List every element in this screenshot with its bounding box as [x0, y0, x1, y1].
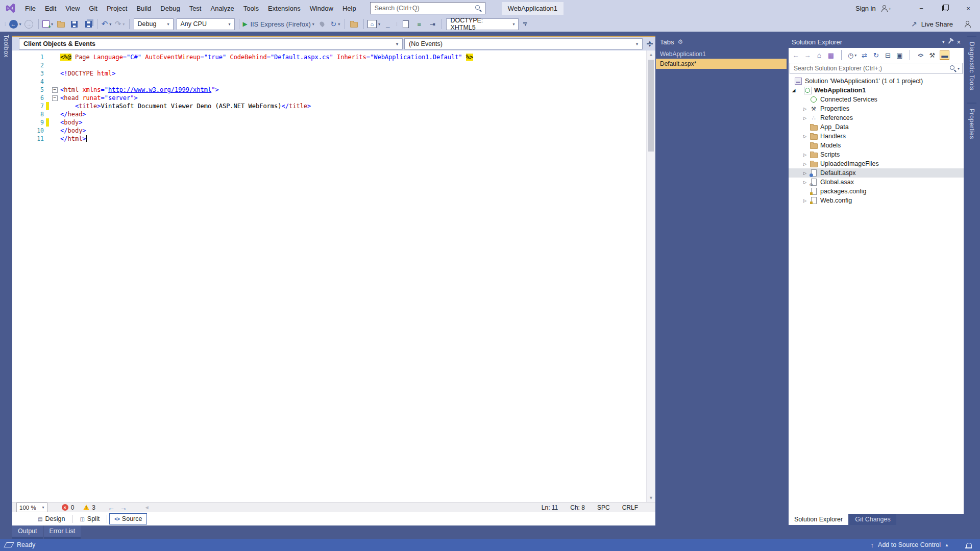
undo-button[interactable]: ↶▾	[100, 18, 113, 30]
expander-closed-icon[interactable]: ▷	[801, 134, 809, 139]
quick-search-box[interactable]	[370, 2, 485, 14]
quick-search-input[interactable]	[374, 4, 475, 12]
document-tab-default-aspx[interactable]: Default.aspx*	[656, 59, 787, 69]
back-button[interactable]: ←	[792, 51, 800, 60]
toolbar-overflow-button[interactable]: ▾	[523, 22, 527, 26]
open-file-button[interactable]	[55, 18, 68, 30]
save-all-button[interactable]	[81, 18, 94, 30]
code-area[interactable]: 1<%@ Page Language="C#" AutoEventWireup=…	[12, 51, 655, 502]
types-dropdown[interactable]: Client Objects & Events ▾	[19, 38, 403, 49]
format-indent-button[interactable]: ⇥	[426, 18, 439, 30]
menu-build[interactable]: Build	[132, 0, 156, 16]
code-text[interactable]: <head runat="server">	[60, 94, 655, 102]
chevron-up-icon[interactable]: ▲	[945, 543, 949, 547]
restart-button[interactable]: ↻▾	[329, 18, 342, 30]
code-text[interactable]: <%@ Page Language="C#" AutoEventWireup="…	[60, 53, 655, 61]
tab-output[interactable]: Output	[12, 525, 43, 539]
tree-item-connected-services[interactable]: Connected Services	[789, 95, 964, 104]
start-debugging-button[interactable]: ▶ IIS Express (Firefox)▾	[242, 18, 315, 30]
home-icon[interactable]: ⌂	[815, 51, 823, 60]
add-to-source-control-button[interactable]: Add to Source Control	[878, 541, 941, 548]
menu-view[interactable]: View	[61, 0, 84, 16]
close-icon[interactable]: ×	[957, 38, 961, 46]
menu-tools[interactable]: Tools	[239, 0, 263, 16]
gear-icon[interactable]: ⚙	[677, 38, 683, 45]
tree-item-scripts[interactable]: ▷Scripts	[789, 150, 964, 159]
forward-button[interactable]: →	[803, 51, 812, 60]
error-count-button[interactable]: ×0	[62, 504, 75, 511]
doctype-dropdown[interactable]: DOCTYPE: XHTML5▾	[446, 18, 519, 30]
restore-button[interactable]	[933, 0, 957, 16]
scroll-down-icon[interactable]: ▼	[649, 494, 653, 502]
collapse-all-icon[interactable]: ⊟	[884, 51, 892, 60]
code-text[interactable]: <body>	[60, 118, 655, 127]
tree-item-packages-config[interactable]: packages.config	[789, 187, 964, 196]
navigate-forward-button[interactable]: →	[22, 18, 36, 30]
warning-count-button[interactable]: 3	[83, 504, 95, 511]
tree-item-app-data[interactable]: App_Data	[789, 122, 964, 132]
expander-open-icon[interactable]: ◢	[790, 88, 798, 93]
code-text[interactable]: </html>	[60, 135, 655, 143]
tab-diagnostic-tools[interactable]: Diagnostic Tools	[967, 36, 976, 95]
live-share-button[interactable]: Live Share	[921, 20, 953, 28]
hot-reload-button[interactable]	[315, 18, 329, 30]
tree-item-default-aspx[interactable]: ▷Default.aspx	[789, 168, 964, 178]
redo-button[interactable]: ↷▾	[113, 18, 127, 30]
sync-with-active-document-icon[interactable]: ⇄	[860, 51, 868, 60]
toolbar-grip[interactable]: ⁞	[5, 21, 7, 27]
scroll-up-icon[interactable]: ▲	[649, 51, 653, 59]
tab-error-list[interactable]: Error List	[44, 525, 81, 539]
solution-explorer-search-box[interactable]: ▾	[790, 63, 963, 74]
notifications-bell-icon[interactable]	[966, 543, 972, 547]
eol-indicator[interactable]: CRLF	[622, 504, 638, 511]
close-button[interactable]: ×	[957, 0, 980, 16]
solution-platform-dropdown[interactable]: Any CPU▾	[177, 18, 235, 30]
menu-debug[interactable]: Debug	[156, 0, 184, 16]
members-dropdown[interactable]: (No Events) ▾	[404, 38, 643, 49]
expander-closed-icon[interactable]: ▷	[801, 162, 809, 166]
properties-wrench-icon[interactable]: ⚒	[928, 51, 936, 60]
navigate-backward-icon[interactable]: ←	[108, 504, 115, 512]
tab-git-changes[interactable]: Git Changes	[849, 514, 896, 525]
scrollbar-thumb[interactable]	[648, 60, 654, 152]
menu-project[interactable]: Project	[102, 0, 132, 16]
solution-configuration-dropdown[interactable]: Debug▾	[134, 18, 174, 30]
hscroll-left-icon[interactable]: ◂	[145, 504, 149, 511]
solution-explorer-header[interactable]: Solution Explorer ▾ ×	[789, 36, 964, 48]
tree-item-webapplication1[interactable]: ◢WebApplication1	[789, 86, 964, 95]
collapse-region-icon[interactable]: −	[52, 87, 58, 93]
tree-item-properties[interactable]: ▷⚒Properties	[789, 104, 964, 113]
tab-toolbox[interactable]: Toolbox	[3, 35, 10, 58]
tree-item-global-asax[interactable]: ▷Global.asax	[789, 178, 964, 187]
column-indicator[interactable]: Ch: 8	[570, 504, 585, 511]
menu-git[interactable]: Git	[84, 0, 102, 16]
code-text[interactable]	[60, 61, 655, 69]
code-text[interactable]: <html xmlns="http://www.w3.org/1999/xhtm…	[60, 86, 655, 94]
fold-margin[interactable]: −	[49, 94, 60, 102]
menu-help[interactable]: Help	[338, 0, 361, 16]
expander-closed-icon[interactable]: ▷	[801, 180, 809, 185]
tabs-panel-header[interactable]: Tabs ⚙	[656, 36, 787, 48]
tab-design[interactable]: ▤Design	[33, 513, 70, 524]
tab-split[interactable]: ◫Split	[75, 513, 105, 524]
collapse-region-icon[interactable]: −	[52, 95, 58, 101]
save-button[interactable]	[68, 18, 81, 30]
browser-link-button[interactable]: ⌂▾	[366, 18, 381, 30]
tree-item-web-config[interactable]: ▷Web.config	[789, 196, 964, 205]
search-icon[interactable]	[950, 65, 957, 72]
tab-source[interactable]: <>Source	[109, 513, 147, 524]
expander-closed-icon[interactable]: ▷	[801, 198, 809, 203]
tab-properties[interactable]: Properties	[967, 103, 976, 144]
split-window-button[interactable]: ▲▼	[644, 41, 655, 47]
tree-item-solution-webapplication1-1-of-1-project[interactable]: Solution 'WebApplication1' (1 of 1 proje…	[789, 77, 964, 86]
minimize-button[interactable]: −	[910, 0, 933, 16]
refresh-icon[interactable]: ↻	[872, 51, 880, 60]
browse-with-button[interactable]	[348, 18, 361, 30]
tab-solution-explorer[interactable]: Solution Explorer	[789, 514, 848, 525]
expander-closed-icon[interactable]: ▷	[801, 107, 809, 111]
navigate-back-button[interactable]: ←▾	[8, 18, 22, 30]
toolbar-grip[interactable]: ⁞	[396, 21, 398, 27]
code-text[interactable]: </head>	[60, 110, 655, 118]
menu-analyze[interactable]: Analyze	[206, 0, 238, 16]
fold-margin[interactable]: −	[49, 86, 60, 94]
